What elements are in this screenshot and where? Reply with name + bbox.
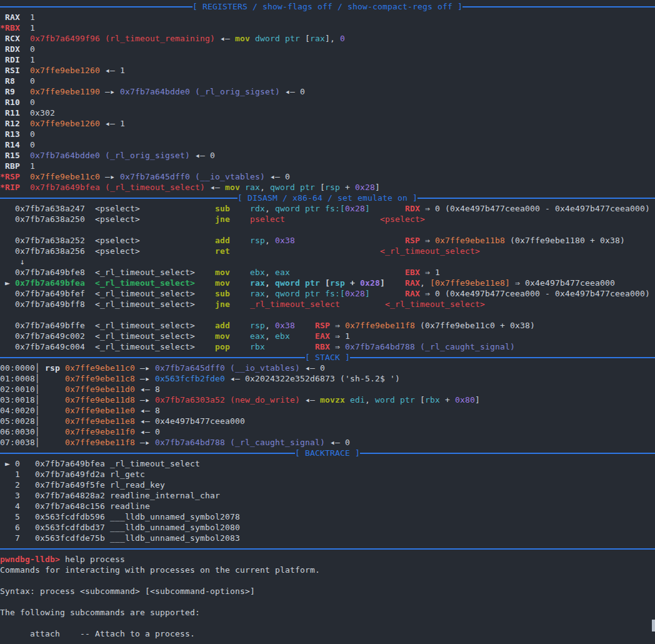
text-segment: 2 0x7fb7a649f5fe rl_read_key <box>0 480 165 490</box>
text-segment: 0x7fb7a645dff0 (__io_vtables) <box>155 363 300 373</box>
text-segment <box>230 321 250 330</box>
text-segment: ⇒ 0 (0x4e497b477ceea000 - 0x4e497b477cee… <box>420 204 650 213</box>
text-segment: ◂— 0 <box>190 151 215 160</box>
stack-pane-header: [ STACK ] <box>0 352 655 363</box>
text-segment: R8 <box>0 76 15 86</box>
register-row-rax: RAX 1 <box>0 12 655 23</box>
text-segment: movzx <box>320 395 345 405</box>
text-segment: 0x7ffe9ebe11c0 <box>65 363 135 373</box>
text-segment: + <box>440 395 455 405</box>
text-segment: 0x7fb7a638a256 <pselect> <box>0 246 140 256</box>
text-segment: rsp <box>45 363 60 373</box>
text-segment: 0x7fb7a649bfea (_rl_timeout_select) <box>30 183 205 192</box>
text-segment <box>230 342 250 351</box>
text-segment: 04:0020 <box>0 406 35 415</box>
text-segment: 0x38 <box>275 321 295 330</box>
text-segment: │ <box>35 406 65 415</box>
text-segment: 0x563fcfb2fde0 <box>155 374 225 383</box>
text-segment: , <box>365 395 375 405</box>
text-segment: fs:[ <box>325 204 345 213</box>
text-segment: ► 0 0x7fb7a649bfea _rl_timeout_select <box>0 459 200 468</box>
backtrace-frame-6: 6 0x563fcdfdbd37 ___lldb_unnamed_symbol2… <box>0 522 655 533</box>
text-segment: 0x7fb7a649c002 <_rl_timeout_select> <box>0 331 195 341</box>
text-segment: 05:0028 <box>0 416 35 426</box>
stack-row-0: 00:0000│ rsp 0x7ffe9ebe11c0 —▸ 0x7fb7a64… <box>0 363 655 373</box>
text-segment: ⇒ 1 <box>420 268 440 277</box>
text-segment <box>370 204 405 213</box>
pane-divider-line <box>418 198 655 199</box>
pane-divider-line <box>360 453 655 454</box>
text-segment: 5 0x563fcdfdb596 ___lldb_unnamed_symbol2… <box>0 512 240 521</box>
backtrace-pane-header: [ BACKTRACE ] <box>0 448 655 458</box>
scrollbar-thumb[interactable] <box>652 620 655 631</box>
text-segment <box>195 268 215 277</box>
text-segment: ◂— 0x2024322e352d6873 ('sh-5.2$ ') <box>225 374 400 383</box>
disasm-pane-title: [ DISASM / x86-64 / set emulate on ] <box>238 193 418 203</box>
disasm-line-4: 0x7fb7a638a252 <pselect> add rsp, 0x38 R… <box>0 235 655 246</box>
text-segment: RAX <box>405 278 420 288</box>
disasm-line-13: 0x7fb7a649c002 <_rl_timeout_select> mov … <box>0 331 655 341</box>
register-row-rbx: *RBX 1 <box>0 23 655 33</box>
text-segment: —▸ <box>100 172 120 181</box>
text-segment: 0x7ffe9ebe11d8 <box>65 395 135 405</box>
text-segment: RDI <box>0 55 20 64</box>
text-segment <box>20 119 30 128</box>
text-segment: │ <box>35 416 65 426</box>
text-segment: eax <box>250 331 265 341</box>
flow-arrow-line: ↓ <box>0 256 655 267</box>
text-segment <box>250 34 255 43</box>
text-segment <box>230 204 250 213</box>
text-segment: 02:0010 <box>0 385 35 394</box>
text-segment <box>60 363 65 373</box>
disasm-pane-header: [ DISASM / x86-64 / set emulate on ] <box>0 193 655 203</box>
console-separator-line <box>0 543 655 554</box>
text-segment <box>195 331 215 341</box>
text-segment: │ <box>35 363 45 373</box>
text-segment: ] <box>365 204 370 213</box>
text-segment: 0x7fb7a638a247 <pselect> <box>0 204 140 213</box>
text-segment: RSP <box>315 321 330 330</box>
text-segment <box>285 214 380 224</box>
text-segment: rax <box>310 34 325 43</box>
text-segment: ◂— 0 <box>135 427 160 436</box>
text-segment: 06:0030 <box>0 427 35 436</box>
text-segment: ⇒ 0x4e497b477ceea000 <box>510 278 615 288</box>
text-segment <box>195 342 215 351</box>
text-segment: qword ptr <box>275 278 320 288</box>
text-segment: , <box>265 289 275 298</box>
disasm-line-3 <box>0 224 655 235</box>
text-segment: 0x7fb7a6303a52 (new_do_write) <box>155 395 300 405</box>
text-segment: qword ptr <box>275 204 320 213</box>
text-segment: R14 <box>0 140 20 149</box>
console-prompt-line[interactable]: pwndbg-lldb> help process <box>0 554 655 565</box>
text-segment: jne <box>215 299 230 309</box>
text-segment: 3 0x7fb7a64828a2 readline_internal_char <box>0 491 220 500</box>
text-segment: *RIP <box>0 183 20 192</box>
text-segment: , <box>260 183 270 192</box>
backtrace-section: [ BACKTRACE ] ► 0 0x7fb7a649bfea _rl_tim… <box>0 448 655 543</box>
text-segment: 0x7ffe9ebe1260 <box>30 119 100 128</box>
text-segment: RDX <box>0 44 20 54</box>
text-segment <box>230 289 250 298</box>
text-segment: │ <box>35 385 65 394</box>
text-segment: ⇒ 0 (0x4e497b477ceea000 - 0x4e497b477cee… <box>420 289 650 298</box>
text-segment <box>320 289 325 298</box>
text-segment: ⇒ 1 <box>330 331 350 341</box>
text-segment: 0x7fb7a649bfef <_rl_timeout_select> <box>0 289 195 298</box>
text-segment <box>340 299 385 309</box>
text-segment: qword ptr <box>270 183 315 192</box>
text-segment: help process <box>60 555 125 564</box>
registers-pane-header: [ REGISTERS / show-flags off / show-comp… <box>0 1 655 12</box>
text-segment: <_rl_timeout_select> <box>385 299 485 309</box>
text-segment: ret <box>215 246 230 256</box>
text-segment: 0x7fb7a649bfe8 <_rl_timeout_select> <box>0 268 195 277</box>
text-segment: jne <box>215 214 230 224</box>
text-segment: │ <box>35 438 65 447</box>
register-row-r10: R10 0 <box>0 97 655 108</box>
text-segment: 0 <box>15 76 35 86</box>
pane-divider-line <box>0 198 238 199</box>
text-segment: RSP <box>405 236 420 245</box>
text-segment: 0 <box>20 98 35 107</box>
text-segment: Syntax: process <subcommand> [<subcomman… <box>0 586 255 596</box>
text-segment: 1 <box>20 161 35 171</box>
